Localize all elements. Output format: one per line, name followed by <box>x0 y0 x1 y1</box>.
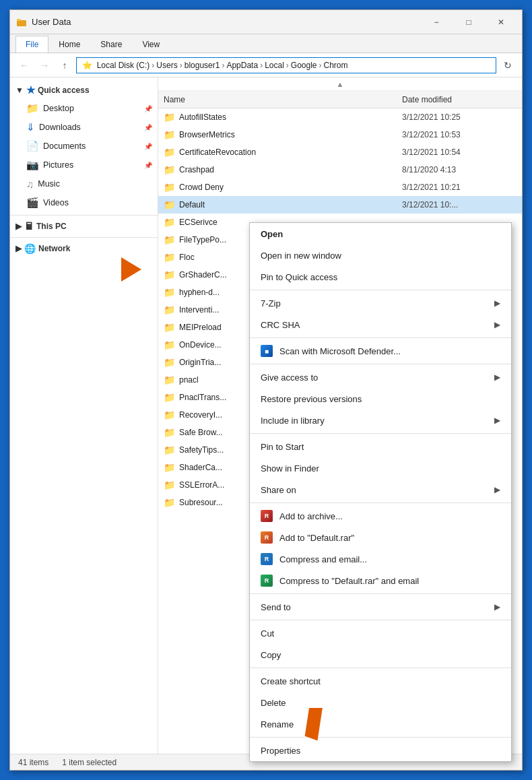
folder-icon-sm: 📁 <box>164 164 175 175</box>
folder-icon-sm: 📁 <box>164 182 175 193</box>
ctx-sep-3 <box>250 364 511 364</box>
item-count: 41 items <box>18 758 48 767</box>
ctx-delete[interactable]: Delete <box>250 692 511 713</box>
minimize-button[interactable]: − <box>421 11 452 33</box>
winrar-icon-2: R <box>261 531 273 544</box>
ctx-crc-label: CRC SHA <box>261 320 300 330</box>
col-date-label: Date modified <box>402 95 452 104</box>
tab-home[interactable]: Home <box>48 36 90 53</box>
folder-icon-sm: 📁 <box>164 129 175 140</box>
table-row-selected[interactable]: 📁Default 3/12/2021 10:... <box>158 196 522 214</box>
sidebar-item-desktop[interactable]: 📁 Desktop 📌 <box>10 99 158 118</box>
ctx-delete-label: Delete <box>261 698 286 708</box>
address-path[interactable]: ⭐ Local Disk (C:) › Users › bloguser1 › … <box>76 57 496 73</box>
ctx-compress-default-email[interactable]: R Compress to "Default.rar" and email <box>250 570 511 591</box>
ctx-arrow-give: ▶ <box>494 372 500 382</box>
ctx-7zip[interactable]: 7-Zip ▶ <box>250 292 511 314</box>
ctx-sep-6 <box>250 593 511 594</box>
quickaccess-label: Quick access <box>38 86 90 95</box>
sidebar-item-videos[interactable]: 🎬 Videos <box>10 193 158 212</box>
path-c: Local Disk (C:) <box>97 61 150 70</box>
ctx-arrow-share: ▶ <box>494 485 500 494</box>
title-bar-controls: − □ ✕ <box>421 11 517 33</box>
ctx-add-default-rar[interactable]: R Add to "Default.rar" <box>250 527 511 548</box>
close-button[interactable]: ✕ <box>486 11 517 33</box>
table-row[interactable]: 📁Crowd Deny 3/12/2021 10:21 <box>158 178 522 196</box>
ctx-open[interactable]: Open <box>250 223 511 245</box>
pin-icon-downloads: 📌 <box>144 124 152 131</box>
path-appdata: AppData <box>226 61 258 70</box>
folder-icon-sm: 📁 <box>164 304 175 315</box>
file-name: 📁Crowd Deny <box>164 182 402 193</box>
table-row[interactable]: 📁CertificateRevocation 3/12/2021 10:54 <box>158 143 522 161</box>
ctx-share-on[interactable]: Share on ▶ <box>250 479 511 500</box>
back-button[interactable]: ← <box>15 57 33 74</box>
ctx-create-shortcut[interactable]: Create shortcut <box>250 670 511 692</box>
folder-icon-sm: 📁 <box>164 269 175 280</box>
sidebar-quickaccess-header[interactable]: ▼ ★ Quick access <box>10 82 158 99</box>
ctx-restore[interactable]: Restore previous versions <box>250 388 511 410</box>
file-date: 3/12/2021 10:21 <box>402 183 517 192</box>
folder-icon-sm: 📁 <box>164 497 175 508</box>
ctx-open-new-window-label: Open in new window <box>261 251 341 261</box>
ctx-compress-email[interactable]: R Compress and email... <box>250 548 511 570</box>
folder-icon-sm: 📁 <box>164 357 175 368</box>
music-icon: ♫ <box>26 178 34 190</box>
forward-button[interactable]: → <box>36 57 53 74</box>
ctx-arrow-crc: ▶ <box>494 320 500 329</box>
tab-file[interactable]: File <box>15 36 48 53</box>
ctx-7zip-label: 7-Zip <box>261 298 281 308</box>
path-google: Google <box>291 61 317 70</box>
sidebar-thispc-header[interactable]: ▶ 🖩 This PC <box>10 218 158 234</box>
pin-icon-pics: 📌 <box>144 162 152 169</box>
ctx-lib-label: Include in library <box>261 416 325 426</box>
sidebar-item-music[interactable]: ♫ Music <box>10 174 158 193</box>
file-date: 3/12/2021 10:... <box>402 200 517 209</box>
up-button[interactable]: ↑ <box>56 57 73 74</box>
ctx-compress-email-label: Compress and email... <box>279 554 367 564</box>
ctx-crc-row: CRC SHA <box>261 320 300 330</box>
ctx-open-new-window[interactable]: Open in new window <box>250 245 511 266</box>
ctx-cut-label: Cut <box>261 628 274 639</box>
ctx-share-label: Share on <box>261 485 296 495</box>
ctx-give-access-row: Give access to <box>261 372 318 383</box>
ctx-crc-sha[interactable]: CRC SHA ▶ <box>250 314 511 335</box>
ctx-give-access[interactable]: Give access to ▶ <box>250 366 511 388</box>
sidebar-item-pictures[interactable]: 📷 Pictures 📌 <box>10 156 158 174</box>
ctx-sendto-row: Send to <box>261 602 291 612</box>
sidebar-network-header[interactable]: ▶ 🌐 Network <box>10 240 158 257</box>
ctx-send-to[interactable]: Send to ▶ <box>250 596 511 618</box>
tab-view[interactable]: View <box>132 36 170 53</box>
sidebar-item-documents[interactable]: 📄 Documents 📌 <box>10 137 158 156</box>
ctx-add-archive[interactable]: R Add to archive... <box>250 505 511 527</box>
tab-share[interactable]: Share <box>90 36 132 53</box>
table-row[interactable]: 📁BrowserMetrics 3/12/2021 10:53 <box>158 126 522 143</box>
ctx-properties[interactable]: Properties <box>250 740 511 761</box>
ctx-copy[interactable]: Copy <box>250 644 511 665</box>
winrar-icon-1: R <box>261 510 273 522</box>
ctx-cut[interactable]: Cut <box>250 622 511 644</box>
refresh-button[interactable]: ↻ <box>499 57 517 74</box>
ctx-rename[interactable]: Rename <box>250 713 511 735</box>
defender-icon: ■ <box>261 345 273 357</box>
table-row[interactable]: 📁Crashpad 8/11/2020 4:13 <box>158 161 522 178</box>
svg-marker-2 <box>303 708 329 740</box>
ctx-pin-quick[interactable]: Pin to Quick access <box>250 266 511 288</box>
folder-icon-sm: 📁 <box>164 427 175 438</box>
thispc-label: This PC <box>36 222 67 231</box>
winrar-icon-3: R <box>261 553 273 565</box>
ctx-defender[interactable]: ■ Scan with Microsoft Defender... <box>250 340 511 362</box>
sort-indicator: ▲ <box>337 80 344 88</box>
table-row[interactable]: 📁AutofillStates 3/12/2021 10:25 <box>158 108 522 126</box>
chevron-right-icon-net: ▶ <box>15 244 22 253</box>
col-date-header[interactable]: Date modified <box>402 95 517 104</box>
folder-icon-sm: 📁 <box>164 147 175 158</box>
sidebar: ▼ ★ Quick access 📁 Desktop 📌 ⇓ Downloads… <box>10 77 158 754</box>
ctx-pin-start[interactable]: Pin to Start <box>250 436 511 457</box>
sidebar-item-downloads[interactable]: ⇓ Downloads 📌 <box>10 118 158 137</box>
col-name-header[interactable]: Name <box>164 95 402 104</box>
file-name: 📁Crashpad <box>164 164 402 175</box>
ctx-show-finder[interactable]: Show in Finder <box>250 457 511 479</box>
ctx-include-library[interactable]: Include in library ▶ <box>250 410 511 431</box>
maximize-button[interactable]: □ <box>453 11 484 33</box>
